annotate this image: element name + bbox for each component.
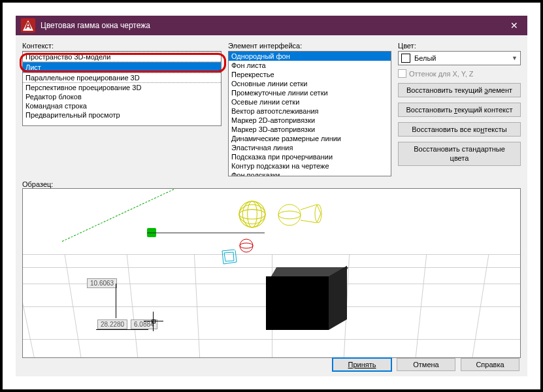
restore-all-button[interactable]: Восстановить все контексты [398, 122, 521, 137]
svg-marker-8 [222, 250, 237, 264]
element-item[interactable]: Однородный фон [229, 52, 391, 61]
element-item[interactable]: Фон подсказки [229, 171, 391, 176]
context-item[interactable]: Параллельное проецирование 3D [23, 73, 221, 83]
dim-line-v [116, 284, 116, 318]
element-item[interactable]: Подсказка при прочерчивании [229, 152, 391, 161]
light-bulb-icon [278, 195, 323, 235]
app-icon: A [21, 18, 35, 33]
context-item[interactable]: Пространство 3D-модели [23, 52, 221, 62]
element-item[interactable]: Промежуточные линии сетки [229, 88, 391, 97]
chevron-down-icon: ▼ [512, 55, 518, 61]
restore-context-button[interactable]: Восстановить текущий контекст [398, 103, 521, 117]
svg-marker-9 [224, 252, 234, 261]
tint-checkbox[interactable] [398, 69, 406, 78]
crosshair-icon [144, 312, 163, 331]
svg-point-10 [240, 239, 253, 252]
element-item[interactable]: Фон листа [229, 61, 391, 70]
context-item[interactable]: Перспективное проецирование 3D [23, 83, 221, 92]
cyan-wire-icon [219, 248, 239, 267]
element-item[interactable]: Контур подсказки на чертеже [229, 161, 391, 171]
element-item[interactable]: Эластичная линия [229, 143, 391, 152]
cancel-button[interactable]: Отмена [397, 358, 455, 371]
color-label: Цвет: [398, 42, 521, 50]
coord-z: 10.6063 [87, 278, 117, 288]
svg-point-0 [239, 201, 265, 227]
color-swatch [401, 54, 410, 63]
sample-preview: 10.6063 28.2280 6.0884 [22, 188, 521, 358]
restore-standard-button[interactable]: Восстановить стандартныецвета [398, 142, 521, 166]
element-item[interactable]: Вектор автоотслеживания [229, 106, 391, 116]
context-listbox[interactable]: Пространство 3D-модели Лист Параллельное… [22, 51, 222, 126]
restore-element-button[interactable]: Восстановить текущий элемент [398, 83, 521, 97]
color-dropdown[interactable]: Белый ▼ [398, 51, 521, 65]
tint-label: Оттенок для X, Y, Z [409, 70, 474, 78]
dim-line-h [96, 329, 148, 330]
cube-model [271, 267, 343, 329]
context-item[interactable]: Редактор блоков [23, 92, 221, 101]
help-button[interactable]: Справка [461, 358, 519, 371]
element-item[interactable]: Основные линии сетки [229, 79, 391, 88]
svg-point-11 [240, 243, 253, 248]
window-title: Цветовая гамма окна чертежа [41, 21, 150, 30]
coord-x: 28.2280 [97, 319, 127, 329]
context-label: Контекст: [22, 42, 222, 50]
tint-row: Оттенок для X, Y, Z [398, 69, 521, 78]
context-item[interactable]: Предварительный просмотр [23, 110, 221, 120]
titlebar: A Цветовая гамма окна чертежа ✕ [16, 16, 527, 35]
sample-label: Образец: [22, 180, 521, 188]
element-item[interactable]: Маркер 3D-автопривязки [229, 125, 391, 134]
accept-button[interactable]: Принять [333, 358, 391, 371]
context-item[interactable]: Лист [23, 62, 221, 73]
sphere-wireframe-icon [239, 201, 266, 228]
element-item[interactable]: Перекрестье [229, 70, 391, 79]
close-button[interactable]: ✕ [501, 16, 527, 35]
element-item[interactable]: Динамические размерные линии [229, 134, 391, 143]
element-item[interactable]: Осевые линии сетки [229, 97, 391, 106]
element-listbox[interactable]: Однородный фон Фон листа Перекрестье Осн… [228, 51, 391, 176]
svg-point-4 [239, 204, 265, 223]
element-label: Элемент интерфейса: [228, 42, 391, 50]
element-item[interactable]: Маркер 2D-автопривязки [229, 116, 391, 125]
color-value: Белый [414, 54, 436, 62]
context-item[interactable]: Командная строка [23, 101, 221, 110]
red-wire-icon [239, 238, 254, 253]
svg-point-3 [242, 201, 261, 227]
horizontal-guide [147, 233, 265, 233]
svg-point-5 [278, 204, 301, 225]
svg-point-6 [278, 211, 301, 219]
dialog-body: Контекст: Пространство 3D-модели Лист Па… [16, 35, 527, 376]
